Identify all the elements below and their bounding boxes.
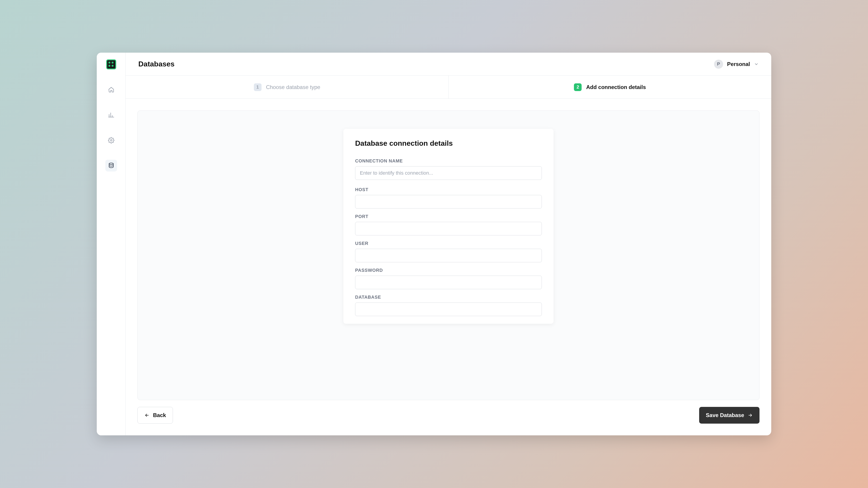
host-input[interactable]: [355, 195, 542, 208]
step-1-number: 1: [254, 84, 261, 91]
form-title: Database connection details: [355, 139, 542, 148]
wizard-steps: 1 Choose database type 2 Add connection …: [126, 76, 771, 99]
password-label: PASSWORD: [355, 268, 542, 273]
save-button-label: Save Database: [706, 412, 744, 418]
home-icon: [108, 87, 114, 93]
field-user: USER: [355, 241, 542, 262]
step-1[interactable]: 1 Choose database type: [126, 76, 448, 98]
actions: Back Save Database: [137, 407, 760, 424]
database-icon: [108, 162, 114, 169]
panel: Database connection details CONNECTION N…: [137, 110, 760, 400]
app-window: Databases P Personal 1 Choose database t…: [97, 53, 771, 435]
password-input[interactable]: [355, 275, 542, 289]
bars-icon: [108, 112, 114, 118]
content: Database connection details CONNECTION N…: [126, 99, 771, 435]
field-database: DATABASE: [355, 295, 542, 316]
arrow-right-icon: [748, 413, 753, 418]
step-2-number: 2: [574, 84, 582, 91]
arrow-left-icon: [145, 413, 149, 418]
nav-databases[interactable]: [105, 160, 117, 171]
step-1-label: Choose database type: [266, 84, 320, 90]
database-label: DATABASE: [355, 295, 542, 300]
field-host: HOST: [355, 187, 542, 208]
page-title: Databases: [138, 60, 175, 68]
database-input[interactable]: [355, 302, 542, 316]
user-label: USER: [355, 241, 542, 246]
workspace-name: Personal: [727, 61, 750, 67]
gear-icon: [108, 137, 114, 143]
step-2-label: Add connection details: [586, 84, 646, 90]
svg-point-0: [110, 140, 112, 141]
user-input[interactable]: [355, 249, 542, 262]
back-button[interactable]: Back: [137, 407, 173, 424]
nav-analytics[interactable]: [105, 109, 117, 121]
connection-name-label: CONNECTION NAME: [355, 158, 542, 164]
header: Databases P Personal: [126, 53, 771, 76]
port-label: PORT: [355, 214, 542, 219]
nav-home[interactable]: [105, 84, 117, 96]
nav-icons: [105, 84, 117, 171]
back-button-label: Back: [153, 412, 166, 418]
nav-settings[interactable]: [105, 134, 117, 146]
main: Databases P Personal 1 Choose database t…: [126, 53, 771, 435]
connection-name-input[interactable]: [355, 166, 542, 180]
sidebar: [97, 53, 126, 435]
avatar: P: [714, 60, 723, 69]
form-card: Database connection details CONNECTION N…: [343, 129, 554, 324]
chevron-down-icon: [754, 62, 758, 66]
port-input[interactable]: [355, 222, 542, 235]
workspace-switcher[interactable]: P Personal: [714, 60, 758, 69]
field-connection-name: CONNECTION NAME: [355, 158, 542, 180]
step-2[interactable]: 2 Add connection details: [448, 76, 772, 98]
field-port: PORT: [355, 214, 542, 235]
app-logo[interactable]: [106, 59, 116, 69]
save-database-button[interactable]: Save Database: [699, 407, 760, 424]
host-label: HOST: [355, 187, 542, 192]
svg-point-1: [109, 163, 113, 164]
field-password: PASSWORD: [355, 268, 542, 289]
